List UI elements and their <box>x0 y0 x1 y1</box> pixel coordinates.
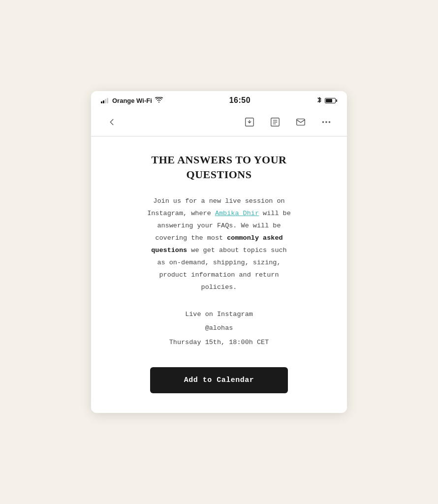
phone-frame: Orange Wi-Fi 16:50 <box>91 91 347 413</box>
trash-icon <box>270 117 281 127</box>
ambika-link[interactable]: Ambika Dhir <box>215 210 259 217</box>
toolbar <box>91 108 347 136</box>
signal-bar-2 <box>103 100 104 103</box>
status-left: Orange Wi-Fi <box>101 96 163 104</box>
mail-icon <box>295 117 306 127</box>
mail-button[interactable] <box>292 113 310 131</box>
status-right <box>317 96 337 105</box>
signal-bars-icon <box>101 98 108 103</box>
svg-rect-2 <box>297 119 305 126</box>
email-content: THE ANSWERS TO YOURQUESTIONS Join us for… <box>91 137 347 413</box>
svg-point-4 <box>326 122 327 123</box>
bold-text: commonly asked questions <box>151 234 282 254</box>
more-button[interactable] <box>317 113 335 131</box>
battery-icon <box>325 98 337 103</box>
signal-bar-3 <box>105 99 106 103</box>
email-title: THE ANSWERS TO YOURQUESTIONS <box>111 153 327 182</box>
wifi-icon <box>155 96 163 104</box>
event-handle: @alohas <box>111 321 327 335</box>
time-display: 16:50 <box>229 96 250 105</box>
event-info: Live on Instagram @alohas Thursday 15th,… <box>111 308 327 349</box>
svg-point-5 <box>329 122 330 123</box>
add-to-calendar-button[interactable]: Add to Calendar <box>150 367 288 393</box>
event-datetime: Thursday 15th, 18:00h CET <box>111 336 327 349</box>
more-icon <box>321 117 332 127</box>
delete-button[interactable] <box>266 113 284 131</box>
carrier-label: Orange Wi-Fi <box>112 97 152 104</box>
status-bar: Orange Wi-Fi 16:50 <box>91 91 347 108</box>
download-button[interactable] <box>241 113 258 131</box>
email-body: Join us for a new live session on Instag… <box>111 195 327 294</box>
svg-point-3 <box>322 122 323 123</box>
back-button[interactable] <box>103 113 121 131</box>
event-platform: Live on Instagram <box>111 308 327 321</box>
bluetooth-icon <box>317 96 322 105</box>
signal-bar-4 <box>107 98 108 103</box>
back-icon <box>106 117 117 127</box>
toolbar-actions <box>241 113 335 131</box>
download-icon <box>244 117 255 127</box>
signal-bar-1 <box>101 101 102 103</box>
